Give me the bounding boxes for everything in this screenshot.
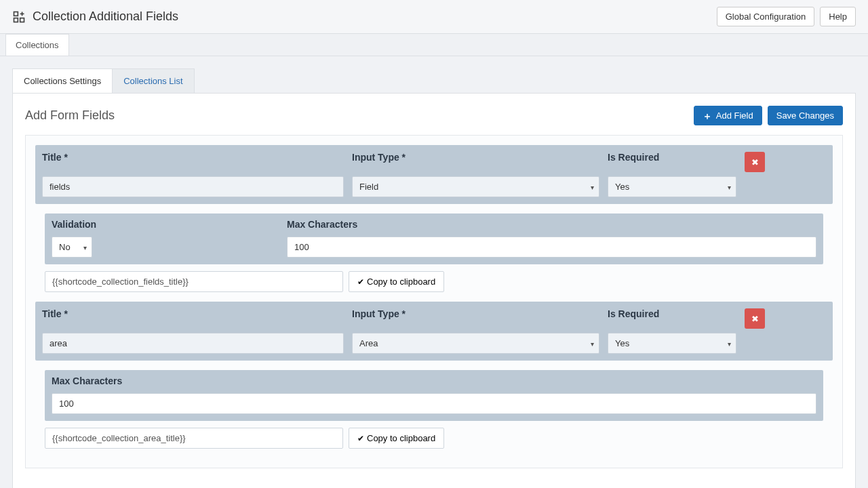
field-block: Title * Input Type * Is Required ✖ Field… bbox=[35, 145, 833, 204]
is-required-select[interactable]: Yes bbox=[608, 176, 736, 197]
sub-tabs: Collections Settings Collections List bbox=[12, 68, 856, 93]
max-characters-input[interactable] bbox=[287, 237, 816, 258]
label-title: Title * bbox=[42, 152, 344, 163]
plus-icon: ＋ bbox=[703, 111, 712, 121]
shortcode-row: ✔ Copy to clipboard bbox=[45, 271, 823, 292]
copy-to-clipboard-button[interactable]: ✔ Copy to clipboard bbox=[349, 271, 444, 292]
field-sub-block: Validation Max Characters No bbox=[45, 214, 823, 264]
max-characters-input[interactable] bbox=[52, 393, 816, 414]
grid-plus-icon bbox=[12, 10, 26, 24]
shortcode-input[interactable] bbox=[45, 428, 343, 449]
delete-field-button[interactable]: ✖ bbox=[745, 152, 765, 172]
check-icon: ✔ bbox=[357, 434, 364, 443]
delete-field-button[interactable]: ✖ bbox=[745, 308, 765, 329]
input-type-select[interactable]: Area bbox=[352, 333, 599, 354]
save-changes-button[interactable]: Save Changes bbox=[768, 106, 843, 125]
shortcode-input[interactable] bbox=[45, 271, 343, 292]
primary-tabs: Collections bbox=[0, 34, 868, 56]
panel-header: Add Form Fields ＋ Add Field Save Changes bbox=[25, 106, 843, 125]
header-right: Global Configuration Help bbox=[717, 7, 856, 26]
label-title: Title * bbox=[42, 308, 344, 319]
label-is-required: Is Required bbox=[608, 152, 736, 163]
tab-collections-settings[interactable]: Collections Settings bbox=[12, 68, 113, 93]
label-validation: Validation bbox=[52, 219, 279, 230]
svg-rect-2 bbox=[20, 18, 24, 22]
label-is-required: Is Required bbox=[608, 308, 736, 319]
input-type-select[interactable]: Field bbox=[352, 176, 599, 197]
check-icon: ✔ bbox=[357, 277, 364, 287]
title-input[interactable] bbox=[42, 333, 344, 354]
page-header: Collection Additional Fields Global Conf… bbox=[0, 0, 868, 34]
label-max-characters: Max Characters bbox=[52, 375, 816, 386]
tab-collections[interactable]: Collections bbox=[5, 34, 69, 56]
settings-panel: Add Form Fields ＋ Add Field Save Changes… bbox=[12, 93, 856, 488]
copy-label: Copy to clipboard bbox=[367, 277, 435, 287]
validation-select[interactable]: No bbox=[52, 237, 92, 258]
close-icon: ✖ bbox=[751, 157, 759, 167]
tab-collections-list[interactable]: Collections List bbox=[113, 68, 194, 93]
add-field-label: Add Field bbox=[716, 110, 753, 121]
header-left: Collection Additional Fields bbox=[12, 9, 178, 24]
field-sub-block: Max Characters bbox=[45, 370, 823, 421]
label-max-characters: Max Characters bbox=[287, 219, 816, 230]
field-block: Title * Input Type * Is Required ✖ Area … bbox=[35, 302, 833, 361]
panel-title: Add Form Fields bbox=[25, 108, 115, 123]
copy-to-clipboard-button[interactable]: ✔ Copy to clipboard bbox=[349, 428, 444, 449]
label-input-type: Input Type * bbox=[352, 308, 599, 319]
title-input[interactable] bbox=[42, 176, 344, 197]
shortcode-row: ✔ Copy to clipboard bbox=[45, 428, 823, 449]
is-required-select[interactable]: Yes bbox=[608, 333, 736, 354]
global-configuration-button[interactable]: Global Configuration bbox=[717, 7, 815, 26]
content: Collections Settings Collections List Ad… bbox=[0, 56, 868, 488]
page-title: Collection Additional Fields bbox=[33, 9, 178, 24]
close-icon: ✖ bbox=[751, 314, 759, 324]
add-field-button[interactable]: ＋ Add Field bbox=[694, 106, 762, 125]
form-fields-area: Title * Input Type * Is Required ✖ Field… bbox=[25, 135, 843, 468]
panel-actions: ＋ Add Field Save Changes bbox=[694, 106, 843, 125]
svg-rect-1 bbox=[14, 18, 18, 22]
svg-rect-0 bbox=[14, 12, 18, 16]
help-button[interactable]: Help bbox=[820, 7, 856, 26]
label-input-type: Input Type * bbox=[352, 152, 599, 163]
copy-label: Copy to clipboard bbox=[367, 433, 435, 443]
